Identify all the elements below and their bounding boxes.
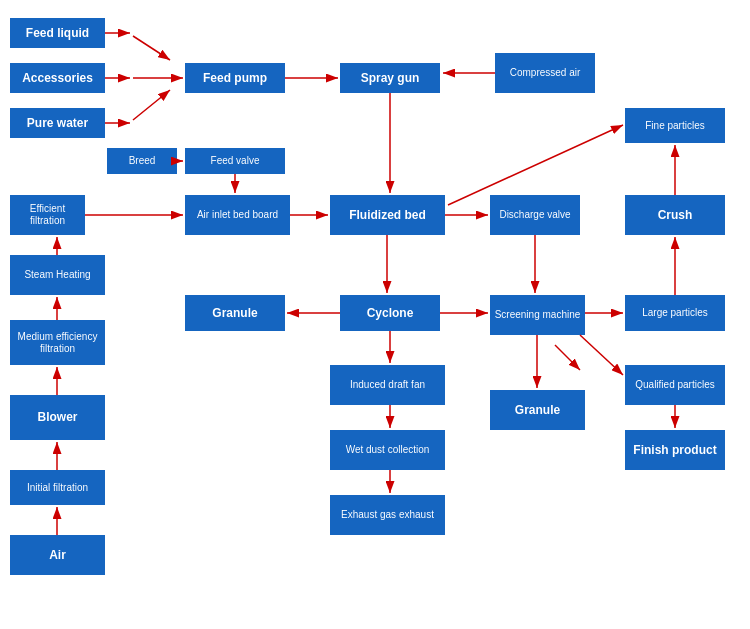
compressed-air-box: Compressed air xyxy=(495,53,595,93)
finish-product-label: Finish product xyxy=(633,443,716,457)
efficient-filtration-box: Efficient filtration xyxy=(10,195,85,235)
efficient-filtration-label: Efficient filtration xyxy=(13,203,82,227)
large-particles-label: Large particles xyxy=(642,307,708,319)
granule-right-box: Granule xyxy=(490,390,585,430)
breed-label: Breed xyxy=(129,155,156,167)
initial-filtration-label: Initial filtration xyxy=(27,482,88,494)
medium-filtration-box: Medium efficiency filtration xyxy=(10,320,105,365)
fine-particles-box: Fine particles xyxy=(625,108,725,143)
initial-filtration-box: Initial filtration xyxy=(10,470,105,505)
air-box: Air xyxy=(10,535,105,575)
large-particles-box: Large particles xyxy=(625,295,725,331)
granule-right-label: Granule xyxy=(515,403,560,417)
svg-line-11 xyxy=(448,125,623,205)
accessories-box: Accessories xyxy=(10,63,105,93)
crush-label: Crush xyxy=(658,208,693,222)
svg-line-2 xyxy=(133,36,170,60)
induced-draft-box: Induced draft fan xyxy=(330,365,445,405)
accessories-label: Accessories xyxy=(22,71,93,85)
induced-draft-label: Induced draft fan xyxy=(350,379,425,391)
fine-particles-label: Fine particles xyxy=(645,120,704,132)
granule-left-box: Granule xyxy=(185,295,285,331)
feed-valve-box: Feed valve xyxy=(185,148,285,174)
screening-machine-box: Screening machine xyxy=(490,295,585,335)
svg-line-34 xyxy=(580,335,623,375)
cyclone-label: Cyclone xyxy=(367,306,414,320)
cyclone-box: Cyclone xyxy=(340,295,440,331)
discharge-valve-label: Discharge valve xyxy=(499,209,570,221)
feed-pump-label: Feed pump xyxy=(203,71,267,85)
air-inlet-label: Air inlet bed board xyxy=(197,209,278,221)
svg-line-6 xyxy=(133,90,170,120)
finish-product-box: Finish product xyxy=(625,430,725,470)
compressed-air-label: Compressed air xyxy=(510,67,581,79)
discharge-valve-box: Discharge valve xyxy=(490,195,580,235)
spray-gun-label: Spray gun xyxy=(361,71,420,85)
breed-box: Breed xyxy=(107,148,177,174)
wet-dust-label: Wet dust collection xyxy=(346,444,430,456)
feed-liquid-label: Feed liquid xyxy=(26,26,89,40)
air-inlet-box: Air inlet bed board xyxy=(185,195,290,235)
qualified-particles-box: Qualified particles xyxy=(625,365,725,405)
pure-water-box: Pure water xyxy=(10,108,105,138)
air-label: Air xyxy=(49,548,66,562)
steam-heating-label: Steam Heating xyxy=(24,269,90,281)
screening-machine-label: Screening machine xyxy=(495,309,581,321)
crush-box: Crush xyxy=(625,195,725,235)
feed-liquid-box: Feed liquid xyxy=(10,18,105,48)
qualified-particles-label: Qualified particles xyxy=(635,379,714,391)
wet-dust-box: Wet dust collection xyxy=(330,430,445,470)
feed-valve-label: Feed valve xyxy=(211,155,260,167)
steam-heating-box: Steam Heating xyxy=(10,255,105,295)
fluidized-bed-box: Fluidized bed xyxy=(330,195,445,235)
granule-left-label: Granule xyxy=(212,306,257,320)
svg-line-32 xyxy=(555,345,580,370)
spray-gun-box: Spray gun xyxy=(340,63,440,93)
process-diagram: { "boxes": { "feed_liquid": {"label": "F… xyxy=(0,0,750,629)
medium-filtration-label: Medium efficiency filtration xyxy=(13,331,102,355)
fluidized-bed-label: Fluidized bed xyxy=(349,208,426,222)
blower-box: Blower xyxy=(10,395,105,440)
pure-water-label: Pure water xyxy=(27,116,88,130)
blower-label: Blower xyxy=(37,410,77,424)
exhaust-box: Exhaust gas exhaust xyxy=(330,495,445,535)
feed-pump-box: Feed pump xyxy=(185,63,285,93)
exhaust-label: Exhaust gas exhaust xyxy=(341,509,434,521)
